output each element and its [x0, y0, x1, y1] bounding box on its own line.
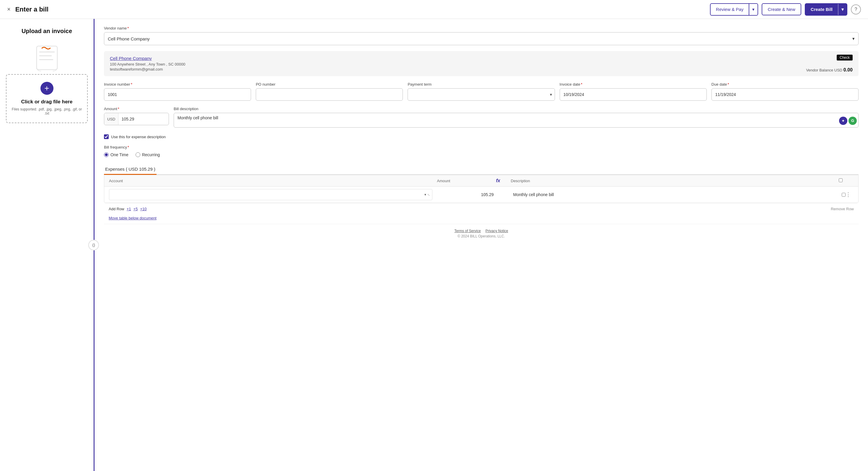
bill-description-wrap: ✦ G — [174, 113, 859, 128]
page-footer: Terms of Service Privacy Notice © 2024 B… — [104, 224, 859, 243]
account-resize-icon: ⤡ — [427, 193, 430, 196]
use-expense-description-row: Use this for expense description — [104, 134, 859, 139]
po-number-input[interactable] — [256, 88, 403, 101]
bill-description-input[interactable] — [174, 113, 859, 128]
create-bill-label[interactable]: Create Bill — [805, 4, 838, 15]
one-time-option[interactable]: One Time — [104, 152, 128, 157]
create-bill-button[interactable]: Create Bill ▾ — [805, 3, 847, 15]
due-date-label: Due date* — [711, 82, 859, 87]
payment-term-select[interactable] — [408, 88, 555, 101]
amount-input-wrap: USD — [104, 113, 169, 125]
col-account-header: Account — [109, 179, 437, 183]
expenses-tab-amount: ( USD 105.29 ) — [126, 166, 155, 171]
invoice-date-field: Invoice date* — [560, 82, 707, 101]
copyright-text: © 2024 BILL Operations, LLC. — [109, 234, 854, 238]
upload-zone[interactable]: + Click or drag file here Files supporte… — [6, 74, 88, 123]
add-1-link[interactable]: +1 — [127, 207, 131, 211]
expenses-tab: Expenses ( USD 105.29 ) — [104, 164, 859, 175]
app-header: × Enter a bill Review & Pay ▾ Create & N… — [0, 0, 868, 19]
close-icon[interactable]: × — [7, 6, 11, 13]
add-10-link[interactable]: +10 — [140, 207, 147, 211]
bill-description-label: Bill description — [174, 106, 859, 111]
move-table-link[interactable]: Move table below document — [104, 215, 859, 224]
invoice-number-input[interactable] — [104, 88, 251, 101]
terms-of-service-link[interactable]: Terms of Service — [454, 229, 480, 233]
upload-title: Upload an invoice — [22, 28, 72, 35]
payment-term-label: Payment term — [408, 82, 555, 87]
table-row: ▾ ⤡ 105.29 Monthly cell phone bill ⋮ — [104, 187, 858, 203]
invoice-number-label: Invoice number* — [104, 82, 251, 87]
select-all-checkbox[interactable] — [839, 178, 843, 182]
review-pay-button[interactable]: Review & Pay ▾ — [710, 3, 758, 15]
payment-term-field: Payment term ▾ — [408, 82, 555, 101]
invoice-date-label: Invoice date* — [560, 82, 707, 87]
vendor-address: 100 Anywhere Street , Any Town , SC 0000… — [110, 62, 852, 66]
col-description-header: Description — [511, 179, 839, 183]
description-cell: Monthly cell phone bill — [513, 192, 837, 197]
due-date-input[interactable] — [711, 88, 859, 101]
recurring-option[interactable]: Recurring — [135, 152, 160, 157]
col-amount-header: Amount — [437, 179, 496, 183]
invoice-illustration — [31, 42, 63, 74]
create-new-button[interactable]: Create & New — [762, 3, 801, 15]
bill-frequency-radio-group: One Time Recurring — [104, 152, 859, 157]
upload-supported-formats: Files supported: .pdf, .jpg, .jpeg, .png… — [11, 107, 83, 116]
vendor-name-link[interactable]: Cell Phone Company — [110, 56, 852, 61]
vendor-select[interactable]: Cell Phone Company ▾ — [104, 32, 859, 45]
vendor-name-label: Vendor name* — [104, 26, 859, 30]
use-expense-label[interactable]: Use this for expense description — [111, 135, 166, 139]
amount-field: Amount* USD — [104, 106, 169, 128]
invoice-date-input[interactable] — [560, 88, 707, 101]
amount-cell: 105.29 — [435, 192, 494, 197]
use-expense-checkbox[interactable] — [104, 134, 109, 139]
po-number-field: PO number — [256, 82, 403, 101]
table-actions: Add Row +1 +5 +10 Remove Row — [104, 203, 859, 215]
amount-label: Amount* — [104, 106, 169, 111]
col-checkbox-header — [839, 178, 854, 183]
amount-description-row: Amount* USD Bill description ✦ G — [104, 106, 859, 128]
account-select[interactable]: ▾ ⤡ — [109, 189, 432, 200]
page-title: Enter a bill — [16, 6, 710, 13]
expenses-tab-label[interactable]: Expenses ( USD 105.29 ) — [104, 164, 157, 175]
privacy-notice-link[interactable]: Privacy Notice — [486, 229, 508, 233]
help-button[interactable]: ? — [851, 4, 861, 14]
check-badge[interactable]: Check — [837, 55, 852, 61]
more-options-icon[interactable]: ⋮ — [845, 191, 851, 198]
amount-currency: USD — [104, 113, 118, 125]
vendor-balance-value: 0.00 — [843, 67, 852, 72]
bill-frequency-section: Bill frequency* One Time Recurring — [104, 145, 859, 157]
invoice-fields-row: Invoice number* PO number Payment term ▾ — [104, 82, 859, 101]
expenses-table: Account Amount fx Description ▾ ⤡ 105.29 — [104, 175, 859, 203]
ai-assist-icon[interactable]: ✦ — [839, 117, 847, 125]
vendor-email: testsoftwareformm@gmail.com — [110, 67, 852, 71]
amount-input[interactable] — [118, 117, 169, 121]
vendor-balance: Vendor Balance USD 0.00 — [806, 67, 852, 73]
vendor-select-value: Cell Phone Company — [108, 36, 150, 41]
invoice-number-field: Invoice number* — [104, 82, 251, 101]
main-content: Vendor name* Cell Phone Company ▾ Cell P… — [94, 19, 868, 471]
row-checkbox-cell: ⋮ — [839, 191, 854, 198]
payment-term-select-wrap: ▾ — [408, 88, 555, 101]
vendor-select-chevron-icon: ▾ — [852, 36, 855, 41]
account-cell[interactable]: ▾ ⤡ — [109, 189, 432, 200]
add-row-label: Add Row — [109, 207, 124, 211]
one-time-radio[interactable] — [104, 152, 109, 157]
grammarly-icon[interactable]: G — [848, 117, 857, 125]
add-5-link[interactable]: +5 — [133, 207, 138, 211]
row-checkbox[interactable] — [842, 193, 845, 197]
review-pay-label[interactable]: Review & Pay — [711, 4, 749, 15]
sidebar: Upload an invoice + Click or drag file h… — [0, 19, 94, 471]
footer-links: Terms of Service Privacy Notice — [109, 229, 854, 233]
bill-description-field: Bill description ✦ G — [174, 106, 859, 128]
sidebar-toggle-button[interactable]: ⟨⟩ — [88, 240, 99, 250]
svg-rect-0 — [37, 46, 57, 70]
col-fx-header: fx — [496, 178, 511, 183]
remove-row-button[interactable]: Remove Row — [831, 207, 854, 211]
recurring-radio[interactable] — [135, 152, 140, 157]
recurring-label: Recurring — [142, 152, 160, 157]
review-pay-chevron-icon[interactable]: ▾ — [749, 4, 757, 15]
create-bill-chevron-icon[interactable]: ▾ — [838, 4, 847, 15]
header-actions: Review & Pay ▾ Create & New Create Bill … — [710, 3, 861, 15]
bill-frequency-label: Bill frequency* — [104, 145, 859, 150]
upload-plus-icon[interactable]: + — [40, 82, 54, 95]
